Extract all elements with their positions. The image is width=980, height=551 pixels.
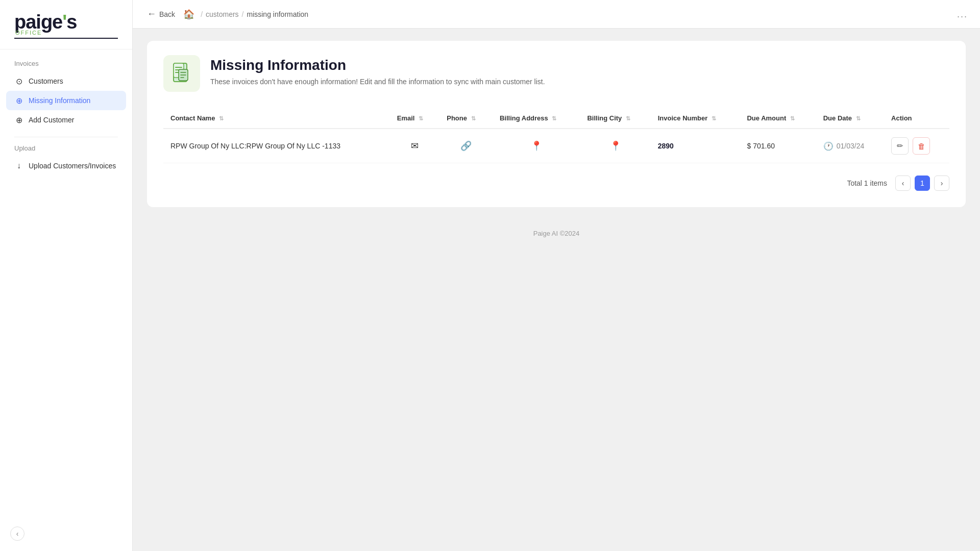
col-email: Email ⇅ bbox=[390, 108, 439, 129]
sort-icon-invoice[interactable]: ⇅ bbox=[712, 115, 716, 122]
col-contact-name: Contact Name ⇅ bbox=[163, 108, 390, 129]
sort-icon-billing-city[interactable]: ⇅ bbox=[626, 115, 630, 122]
cell-billing-address: 📍 bbox=[493, 129, 580, 163]
sidebar: paige's OFFICE Invoices ⊙ Customers ⊕ Mi… bbox=[0, 0, 133, 551]
table-body: RPW Group Of Ny LLC:RPW Group Of Ny LLC … bbox=[163, 129, 949, 163]
table-header: Contact Name ⇅ Email ⇅ Phone ⇅ Billing bbox=[163, 108, 949, 129]
customers-icon: ⊙ bbox=[14, 77, 23, 86]
sort-icon-phone[interactable]: ⇅ bbox=[471, 115, 476, 122]
back-label: Back bbox=[159, 10, 175, 18]
col-invoice-number: Invoice Number ⇅ bbox=[651, 108, 740, 129]
home-icon[interactable]: 🏠 bbox=[183, 9, 194, 20]
add-customer-icon: ⊕ bbox=[14, 115, 23, 124]
footer: Paige AI ©2024 bbox=[133, 219, 980, 247]
topbar-more-button[interactable]: ... bbox=[957, 9, 968, 19]
due-date-value: 01/03/24 bbox=[837, 142, 865, 150]
topbar: ← Back 🏠 / customers / missing informati… bbox=[133, 0, 980, 29]
cell-contact-name: RPW Group Of Ny LLC:RPW Group Of Ny LLC … bbox=[163, 129, 390, 163]
col-action: Action bbox=[884, 108, 949, 129]
missing-info-icon: ⊕ bbox=[14, 96, 23, 105]
sidebar-item-missing-information[interactable]: ⊕ Missing Information bbox=[6, 91, 126, 110]
table-header-row: Contact Name ⇅ Email ⇅ Phone ⇅ Billing bbox=[163, 108, 949, 129]
header-document-icon bbox=[169, 61, 194, 86]
col-due-date: Due Date ⇅ bbox=[816, 108, 884, 129]
invoice-number-value: 2890 bbox=[658, 142, 674, 150]
breadcrumb-sep-2: / bbox=[242, 10, 244, 18]
content-area: Missing Information These invoices don't… bbox=[133, 29, 980, 219]
page-subtitle: These invoices don't have enough informa… bbox=[210, 78, 545, 86]
sidebar-item-customers-label: Customers bbox=[29, 77, 63, 85]
phone-link-icon: 🔗 bbox=[460, 141, 472, 151]
sidebar-item-missing-label: Missing Information bbox=[29, 96, 90, 105]
sort-icon-email[interactable]: ⇅ bbox=[419, 115, 423, 122]
section-invoices-label: Invoices bbox=[0, 60, 132, 71]
table-row: RPW Group Of Ny LLC:RPW Group Of Ny LLC … bbox=[163, 129, 949, 163]
delete-button[interactable]: 🗑 bbox=[913, 137, 930, 155]
back-button[interactable]: ← Back bbox=[147, 9, 175, 19]
cell-due-date: 🕐 01/03/24 bbox=[816, 129, 884, 163]
app-logo: paige's bbox=[14, 12, 118, 32]
page-header-icon bbox=[163, 55, 200, 92]
col-billing-address: Billing Address ⇅ bbox=[493, 108, 580, 129]
sort-icon-billing-address[interactable]: ⇅ bbox=[552, 115, 556, 122]
cell-due-amount: $ 701.60 bbox=[740, 129, 816, 163]
pagination-total: Total 1 items bbox=[847, 179, 887, 187]
col-phone: Phone ⇅ bbox=[439, 108, 493, 129]
sort-icon-due-amount[interactable]: ⇅ bbox=[790, 115, 795, 122]
due-date-content: 🕐 01/03/24 bbox=[823, 141, 877, 151]
page-title: Missing Information bbox=[210, 57, 545, 73]
sidebar-item-upload-label: Upload Customers/Invoices bbox=[29, 162, 116, 170]
upload-icon: ↓ bbox=[14, 161, 23, 170]
back-arrow-icon: ← bbox=[147, 9, 156, 19]
cell-phone: 🔗 bbox=[439, 129, 493, 163]
breadcrumb: / customers / missing information bbox=[201, 10, 308, 18]
sidebar-item-customers[interactable]: ⊙ Customers bbox=[0, 71, 132, 91]
sort-icon-contact[interactable]: ⇅ bbox=[219, 115, 224, 122]
billing-address-icon: 📍 bbox=[531, 141, 542, 151]
nav-divider bbox=[14, 137, 118, 137]
missing-info-table: Contact Name ⇅ Email ⇅ Phone ⇅ Billing bbox=[163, 108, 949, 163]
breadcrumb-customers[interactable]: customers bbox=[206, 10, 239, 18]
logo-area: paige's OFFICE bbox=[0, 0, 132, 49]
cell-billing-city: 📍 bbox=[580, 129, 650, 163]
due-date-calendar-icon: 🕐 bbox=[823, 141, 834, 151]
pagination: Total 1 items ‹ 1 › bbox=[163, 176, 949, 191]
page-header: Missing Information These invoices don't… bbox=[163, 55, 949, 92]
cell-invoice-number: 2890 bbox=[651, 129, 740, 163]
sidebar-item-add-customer[interactable]: ⊕ Add Customer bbox=[0, 110, 132, 130]
footer-text: Paige AI ©2024 bbox=[533, 230, 580, 237]
sidebar-collapse-button[interactable]: ‹ bbox=[10, 527, 24, 541]
breadcrumb-sep-1: / bbox=[201, 10, 203, 18]
cell-action: ✏ 🗑 bbox=[884, 129, 949, 163]
edit-button[interactable]: ✏ bbox=[891, 137, 909, 155]
action-buttons: ✏ 🗑 bbox=[891, 137, 942, 155]
pagination-page-1-button[interactable]: 1 bbox=[915, 176, 930, 191]
nav-section: Invoices ⊙ Customers ⊕ Missing Informati… bbox=[0, 49, 132, 551]
sidebar-item-upload[interactable]: ↓ Upload Customers/Invoices bbox=[0, 156, 132, 176]
pagination-prev-button[interactable]: ‹ bbox=[895, 176, 911, 191]
section-upload-label: Upload bbox=[0, 144, 132, 156]
main-card: Missing Information These invoices don't… bbox=[147, 41, 966, 207]
sort-icon-due-date[interactable]: ⇅ bbox=[856, 115, 861, 122]
main-content: ← Back 🏠 / customers / missing informati… bbox=[133, 0, 980, 551]
email-icon: ✉ bbox=[411, 141, 419, 151]
due-amount-value: $ 701.60 bbox=[747, 142, 775, 150]
page-header-text: Missing Information These invoices don't… bbox=[210, 55, 545, 86]
pagination-next-button[interactable]: › bbox=[934, 176, 949, 191]
billing-city-icon: 📍 bbox=[610, 141, 621, 151]
logo-underline bbox=[14, 38, 118, 39]
sidebar-item-add-customer-label: Add Customer bbox=[29, 116, 74, 124]
col-due-amount: Due Amount ⇅ bbox=[740, 108, 816, 129]
breadcrumb-missing-info: missing information bbox=[247, 10, 308, 18]
cell-email: ✉ bbox=[390, 129, 439, 163]
col-billing-city: Billing City ⇅ bbox=[580, 108, 650, 129]
